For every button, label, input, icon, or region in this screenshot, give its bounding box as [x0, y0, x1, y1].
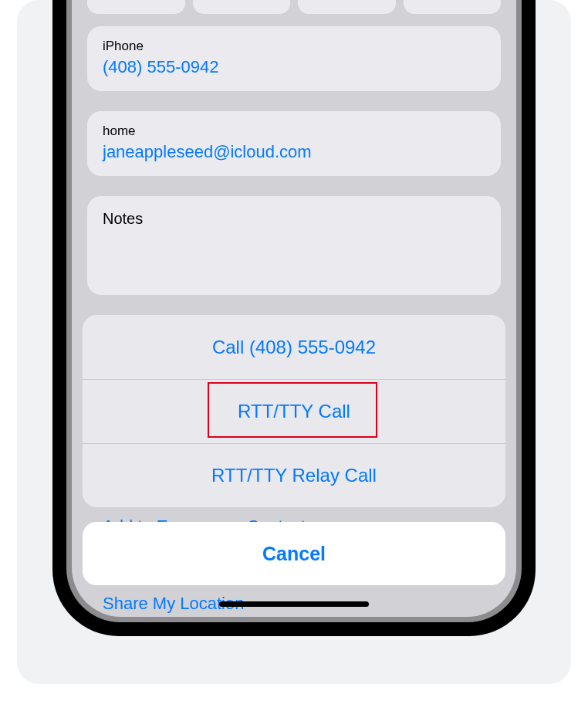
email-label: home: [103, 124, 485, 139]
action-pill[interactable]: [404, 0, 502, 14]
phone-screen: iPhone (408) 555-0942 home janeappleseed…: [72, 0, 516, 617]
action-sheet: Call (408) 555-0942 RTT/TTY Call RTT/TTY…: [83, 315, 505, 507]
phone-frame: iPhone (408) 555-0942 home janeappleseed…: [52, 0, 536, 636]
notes-card[interactable]: Notes: [87, 196, 501, 295]
phone-label: iPhone: [103, 39, 485, 54]
stage: iPhone (408) 555-0942 home janeappleseed…: [17, 0, 571, 684]
email-card[interactable]: home janeappleseed@icloud.com: [87, 111, 501, 176]
home-indicator[interactable]: [219, 601, 369, 607]
rtt-tty-relay-call-option[interactable]: RTT/TTY Relay Call: [83, 443, 505, 507]
rtt-tty-call-option[interactable]: RTT/TTY Call: [83, 379, 505, 443]
action-pill[interactable]: [298, 0, 396, 14]
notes-label: Notes: [103, 210, 485, 228]
share-location-link[interactable]: Share My Location: [87, 583, 259, 617]
call-option[interactable]: Call (408) 555-0942: [83, 315, 505, 379]
action-pill[interactable]: [193, 0, 291, 14]
email-value[interactable]: janeappleseed@icloud.com: [103, 142, 485, 162]
phone-bezel: iPhone (408) 555-0942 home janeappleseed…: [66, 0, 522, 622]
phone-value[interactable]: (408) 555-0942: [103, 57, 485, 77]
cancel-button[interactable]: Cancel: [83, 522, 505, 585]
phone-card[interactable]: iPhone (408) 555-0942: [87, 26, 501, 91]
contact-action-strip: [87, 0, 501, 14]
action-pill[interactable]: [87, 0, 185, 14]
